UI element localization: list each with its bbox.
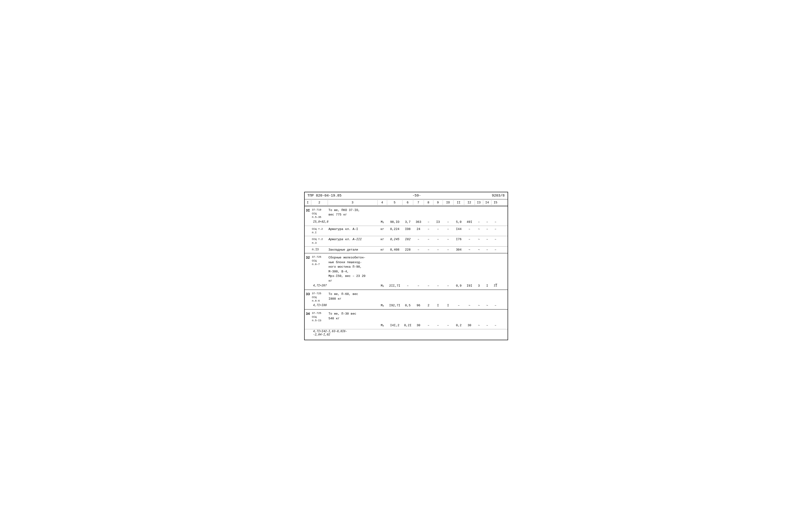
col14-31 bbox=[483, 208, 492, 219]
col7-34 bbox=[413, 311, 424, 323]
col14-34 bbox=[483, 311, 492, 323]
col13-32 bbox=[475, 255, 483, 284]
col6-31 bbox=[403, 208, 413, 219]
sub31-2-v9: – bbox=[433, 237, 443, 245]
v15-33: – bbox=[492, 303, 500, 308]
v15-32: 2I bbox=[492, 284, 500, 288]
col-I2: I2 bbox=[464, 200, 475, 205]
group-31: 3I 37-719ССЦп.5-35 То же, ПКО 37-IO,вес … bbox=[305, 206, 508, 254]
sub31-1-v14: – bbox=[483, 227, 492, 235]
v15-34: – bbox=[492, 323, 500, 328]
f34-10 bbox=[453, 329, 464, 337]
v9-33: I bbox=[433, 303, 443, 308]
f34-1 bbox=[305, 329, 311, 337]
sub31-1-v8: – bbox=[424, 227, 433, 235]
col10-32 bbox=[443, 255, 453, 284]
row-num-34: 34 bbox=[305, 311, 311, 323]
v5-34: I4I,2 bbox=[387, 323, 403, 328]
num-empty-31 bbox=[305, 220, 311, 224]
unit-val-34: М3 bbox=[378, 323, 387, 328]
col11-34 bbox=[453, 311, 464, 323]
table-body: 3I 37-719ССЦп.5-35 То же, ПКО 37-IO,вес … bbox=[305, 206, 508, 340]
col6-33 bbox=[403, 291, 413, 303]
unit-val-33: М3 bbox=[378, 303, 387, 308]
sub31-1-v13: ~ bbox=[475, 227, 483, 235]
col-I5: I5 bbox=[492, 200, 500, 205]
v14-32: I bbox=[483, 284, 492, 288]
col13-34 bbox=[475, 311, 483, 323]
col6-34 bbox=[403, 311, 413, 323]
v11-34: 0,2 bbox=[453, 323, 464, 328]
v13-34: ~ bbox=[475, 323, 483, 328]
desc-33: То же, П-60, весI800 кг bbox=[328, 291, 378, 303]
sub31-1-v15: – bbox=[492, 227, 500, 235]
v8-33: 2 bbox=[424, 303, 433, 308]
col11-33 bbox=[453, 291, 464, 303]
v13-33: ~ bbox=[475, 303, 483, 308]
f34-8 bbox=[433, 329, 443, 337]
sub31-2-num bbox=[305, 237, 311, 245]
sub31-3-num bbox=[305, 247, 311, 252]
group-34-header: 34 37-725ССЦп.5-I3 То же, П-30 вес540 кг bbox=[305, 310, 508, 323]
unit-32 bbox=[378, 255, 387, 284]
col-IO: IO bbox=[443, 200, 453, 205]
col-7: 7 bbox=[413, 200, 424, 205]
code-34: 37-725ССЦп.5-I3 bbox=[311, 311, 328, 323]
sub31-2-v13: ~ bbox=[475, 237, 483, 245]
row-num-32: 32 bbox=[305, 255, 311, 284]
v7-34: 30 bbox=[413, 323, 424, 328]
col7-32 bbox=[413, 255, 424, 284]
sub31-3-v11: 304 bbox=[453, 247, 464, 252]
sub31-2-v10: – bbox=[443, 237, 453, 245]
col-8: 8 bbox=[424, 200, 433, 205]
group-34-data: М3 I4I,2 0,2I 30 – – – 0,2 30 ~ – – bbox=[305, 323, 508, 329]
f34-13 bbox=[483, 329, 492, 337]
v8-34: – bbox=[424, 323, 433, 328]
v8-31: – bbox=[424, 220, 433, 224]
v6-32: – bbox=[403, 284, 413, 288]
col9-31 bbox=[433, 208, 443, 219]
col-3: 3 bbox=[328, 200, 378, 205]
col8-34 bbox=[424, 311, 433, 323]
col15-31 bbox=[492, 208, 500, 219]
col-I3: I3 bbox=[475, 200, 483, 205]
group-33: 33 37-725ССЦп.6-6 То же, П-60, весI800 к… bbox=[305, 290, 508, 310]
unit-33 bbox=[378, 291, 387, 303]
sub31-3-unit: кг bbox=[378, 247, 387, 252]
header-doc: 9203/8 bbox=[492, 194, 505, 198]
code-33: 37-725ССЦп.6-6 bbox=[311, 291, 328, 303]
v7-31: 363 bbox=[413, 220, 424, 224]
col5-32 bbox=[387, 255, 403, 284]
col8-33 bbox=[424, 291, 433, 303]
group-32-data: 4,7I+207 М3 2II,7I – – – – – 0,9 I9I 3 I… bbox=[305, 284, 508, 290]
desc2-32 bbox=[328, 284, 378, 288]
formula-33: 4,7I+I88 bbox=[311, 303, 328, 308]
group-31-data: I5,8+82,8 М3 98,IO 3,7 363 – I3 – 5,0 49… bbox=[305, 220, 508, 226]
f34-formula: 4,7I+I42-I,63-0,8I6--2,04-I,02 bbox=[311, 329, 378, 337]
col14-32 bbox=[483, 255, 492, 284]
sub31-2-desc: Арматура кл. А–III bbox=[328, 237, 378, 245]
sub31-1-v9: – bbox=[433, 227, 443, 235]
col-I: I bbox=[305, 200, 311, 205]
sub31-3-v7: – bbox=[413, 247, 424, 252]
sub31-1-unit: кг bbox=[378, 227, 387, 235]
header-title: ТПР 820-04-19.85 bbox=[307, 194, 342, 198]
sub31-2-v8: – bbox=[424, 237, 433, 245]
group-34-formula: 4,7I+I42-I,63-0,8I6--2,04-I,02 bbox=[305, 329, 508, 340]
code-32: 37-725ССЦп.6-7 bbox=[311, 255, 328, 284]
unit-31 bbox=[378, 208, 387, 219]
col8-32 bbox=[424, 255, 433, 284]
sub31-3-v15: – bbox=[492, 247, 500, 252]
col5-34 bbox=[387, 311, 403, 323]
group-34: 34 37-725ССЦп.5-I3 То же, П-30 вес540 кг bbox=[305, 310, 508, 340]
f34-12 bbox=[475, 329, 483, 337]
sub31-1-desc: Арматура кл. А–I bbox=[328, 227, 378, 235]
col-2: 2 bbox=[311, 200, 328, 205]
sub31-2-v6: I82 bbox=[403, 237, 413, 245]
sub31-3-v13: ~ bbox=[475, 247, 483, 252]
col13-33 bbox=[475, 291, 483, 303]
f34-6 bbox=[413, 329, 424, 337]
v5-31: 98,IO bbox=[387, 220, 403, 224]
desc-34: То же, П-30 вес540 кг bbox=[328, 311, 378, 323]
v6-33: 0,5 bbox=[403, 303, 413, 308]
